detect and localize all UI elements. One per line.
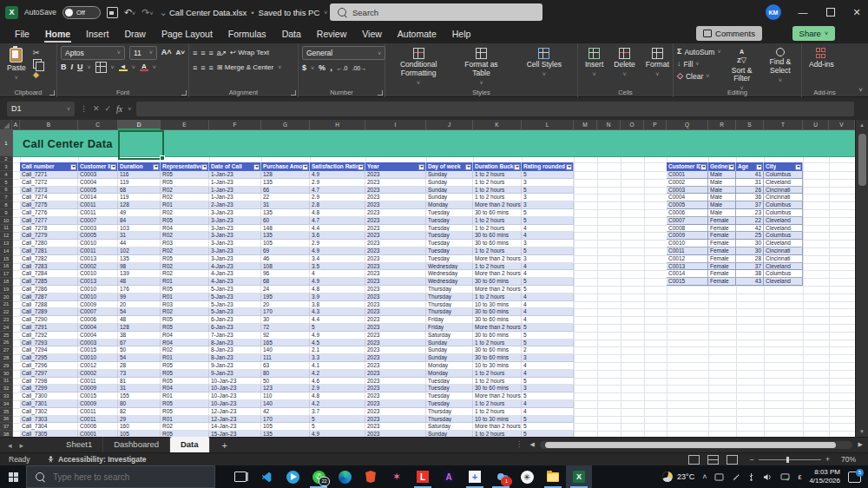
table-cell[interactable]: 123	[261, 385, 310, 392]
enter-icon[interactable]: ✓	[105, 104, 112, 113]
table-cell[interactable]: C0010	[78, 354, 118, 362]
column-header-O[interactable]: O	[621, 120, 644, 130]
table-cell[interactable]: R05	[161, 179, 209, 187]
column-header-T[interactable]: T	[764, 120, 803, 130]
table-cell[interactable]: 42	[736, 225, 764, 233]
table-cell[interactable]: 3-Jan-23	[209, 232, 261, 240]
table-cell[interactable]: 31	[736, 179, 764, 187]
table-cell[interactable]: 3.6	[310, 232, 365, 240]
table-cell[interactable]: R02	[161, 346, 209, 354]
normal-view-icon[interactable]	[688, 455, 700, 465]
table-cell[interactable]: 111	[261, 354, 310, 362]
column-header-I[interactable]: I	[365, 120, 426, 130]
table-cell[interactable]: Female	[708, 240, 736, 247]
table-cell[interactable]: 4	[522, 225, 574, 233]
table-cell[interactable]: C0010	[78, 293, 118, 301]
table-cell[interactable]: Sunday	[426, 346, 473, 354]
table-cell[interactable]: 105	[261, 240, 310, 247]
filter-button[interactable]	[756, 164, 762, 170]
table-cell[interactable]: Monday	[426, 370, 473, 378]
row-header-16[interactable]: 16	[0, 263, 12, 271]
table-cell[interactable]: R03	[161, 301, 209, 309]
table-cell[interactable]: Call_7296	[20, 362, 78, 370]
table-cell[interactable]: R04	[161, 340, 209, 347]
table-cell[interactable]: 2023	[365, 286, 426, 293]
table-cell[interactable]: C0010	[78, 286, 118, 293]
alignment-dialog-launcher[interactable]	[291, 90, 296, 96]
display-cast-icon[interactable]	[780, 473, 790, 481]
table-cell[interactable]: 4-Jan-23	[209, 263, 261, 271]
table-cell[interactable]: Saturday	[426, 332, 473, 340]
insert-function-icon[interactable]: fx	[116, 104, 122, 114]
table-cell[interactable]: Call_7301	[20, 400, 78, 408]
table-cell[interactable]: Tuesday	[426, 247, 473, 255]
table-cell[interactable]: 10-Jan-23	[209, 400, 261, 408]
sheet-scroll-left-icon[interactable]: ◂	[0, 441, 20, 450]
table-cell[interactable]: Tuesday	[426, 378, 473, 386]
table-cell[interactable]: Cleveland	[764, 179, 803, 187]
table-cell[interactable]: 4.6	[310, 378, 365, 386]
table-cell[interactable]: 4	[522, 293, 574, 301]
filter-button[interactable]	[566, 164, 572, 170]
table-cell[interactable]: 1-Jan-23	[209, 171, 261, 179]
table-cell[interactable]: 31	[118, 385, 161, 392]
table-cell[interactable]: Sunday	[426, 354, 473, 362]
table-cell[interactable]: R01	[161, 416, 209, 424]
table-cell[interactable]: 43	[736, 278, 764, 286]
row-header-26[interactable]: 26	[0, 340, 12, 347]
table-cell[interactable]: 81	[118, 378, 161, 386]
table-cell[interactable]: Call_7273	[20, 187, 78, 195]
row-header-30[interactable]: 30	[0, 370, 12, 378]
table-cell[interactable]: 2023	[365, 416, 426, 424]
column-header-L[interactable]: L	[522, 120, 574, 130]
column-header-Q[interactable]: Q	[667, 120, 708, 130]
hscroll-left-icon[interactable]: ◀	[530, 441, 535, 448]
filter-button[interactable]	[358, 164, 364, 170]
filter-button[interactable]	[153, 164, 159, 170]
table-cell[interactable]: 103	[118, 225, 161, 233]
table-cell[interactable]: Thursday	[426, 286, 473, 293]
sheet-tab-dashboared[interactable]: Dashboared	[103, 437, 170, 452]
table-cell[interactable]: Tuesday	[426, 232, 473, 240]
table-cell[interactable]: R02	[161, 194, 209, 201]
table-cell[interactable]: 2023	[365, 247, 426, 255]
align-center-icon[interactable]: ≡	[201, 63, 204, 72]
table-cell[interactable]: 30 to 60 mins	[473, 316, 522, 324]
table-cell[interactable]: 10 to 30 mins	[473, 362, 522, 370]
table-cell[interactable]: 10 to 30 mins	[473, 301, 522, 309]
table-cell[interactable]: 4	[522, 308, 574, 316]
table-cell[interactable]: R01	[161, 278, 209, 286]
table-cell[interactable]: 22	[261, 194, 310, 201]
table-cell[interactable]: Tuesday	[426, 217, 473, 225]
table-cell[interactable]: R01	[161, 392, 209, 400]
filter-button[interactable]	[70, 164, 76, 170]
table-cell[interactable]: C0007	[667, 217, 708, 225]
table-cell[interactable]: Call_7282	[20, 255, 78, 263]
table-cell[interactable]: 3.8	[310, 301, 365, 309]
format-cells-button[interactable]: Format˅	[642, 46, 673, 80]
table-cell[interactable]: 4	[310, 270, 365, 278]
table-cell[interactable]: 50	[118, 346, 161, 354]
table-cell[interactable]: 5	[522, 278, 574, 286]
table-cell[interactable]: 1 to 2 hours	[473, 217, 522, 225]
table-cell[interactable]: 5	[310, 423, 365, 431]
document-title[interactable]: Call Center Data.xlsx • Saved to this PC…	[169, 0, 327, 24]
table-cell[interactable]: 5	[522, 324, 574, 332]
percent-icon[interactable]: %	[319, 64, 326, 72]
table-cell[interactable]: C0013	[667, 263, 708, 271]
row-header-29[interactable]: 29	[0, 362, 12, 370]
table-cell[interactable]: 84	[118, 217, 161, 225]
table-cell[interactable]: 28	[118, 362, 161, 370]
zoom-out-button[interactable]: −	[750, 455, 754, 464]
clear-button[interactable]: ◇ Clear˅	[677, 70, 720, 82]
table-cell[interactable]: R05	[161, 217, 209, 225]
table-cell[interactable]: Male	[708, 209, 736, 217]
table-cell[interactable]: 6-Jan-23	[209, 324, 261, 332]
table-cell[interactable]: R01	[161, 201, 209, 209]
table-cell[interactable]: C0011	[78, 201, 118, 209]
table-cell[interactable]: C0002	[667, 179, 708, 187]
table-cell[interactable]: C0012	[78, 362, 118, 370]
table-cell[interactable]: 119	[118, 179, 161, 187]
page-layout-view-icon[interactable]	[707, 455, 719, 465]
table-cell[interactable]: 2023	[365, 308, 426, 316]
